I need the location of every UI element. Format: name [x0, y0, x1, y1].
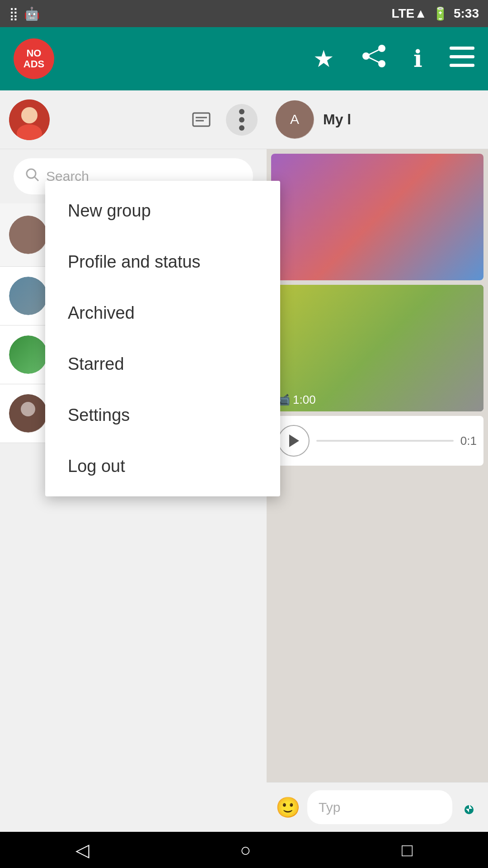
svg-point-19: [9, 216, 47, 254]
menu-item-new-group[interactable]: New group: [45, 185, 280, 236]
svg-point-9: [21, 107, 38, 123]
menu-icon[interactable]: [450, 45, 474, 72]
main-area: Search: [0, 90, 488, 832]
right-panel: A My l 📹 1:00: [267, 90, 488, 832]
avatar: [9, 335, 47, 374]
svg-rect-11: [193, 113, 210, 126]
battery-icon: 🔋: [432, 6, 448, 21]
status-bar-right: LTE▲ 🔋 5:33: [391, 6, 479, 21]
svg-line-4: [366, 56, 382, 64]
svg-point-16: [239, 125, 244, 131]
toolbar: NO ADS ★ ℹ: [0, 27, 488, 90]
right-messages: 📹 1:00 0:1: [267, 149, 488, 782]
svg-rect-6: [450, 55, 474, 58]
svg-point-15: [239, 117, 244, 123]
back-button[interactable]: ◁: [75, 840, 89, 860]
android-icon: 🤖: [24, 6, 40, 21]
avatar: [9, 216, 47, 254]
svg-line-3: [366, 48, 382, 56]
image-bg: [271, 154, 483, 280]
home-button[interactable]: ○: [240, 840, 251, 860]
star-icon[interactable]: ★: [313, 45, 334, 72]
lte-icon: LTE▲: [391, 6, 427, 21]
video-bg: [271, 285, 483, 411]
right-header-avatar: A: [276, 100, 314, 139]
menu-item-profile-status[interactable]: Profile and status: [45, 236, 280, 288]
toolbar-icons: ★ ℹ: [313, 44, 474, 74]
avatar: [9, 277, 47, 315]
svg-text:A: A: [290, 112, 299, 127]
more-options-button[interactable]: [226, 104, 258, 136]
sim-icon: ⣿: [9, 6, 19, 21]
clock: 5:33: [454, 6, 479, 21]
emoji-button[interactable]: 🙂: [276, 796, 300, 819]
toolbar-action-icons: [185, 104, 258, 136]
svg-point-14: [239, 109, 244, 114]
audio-progress-bar: [316, 440, 454, 442]
share-icon[interactable]: [361, 44, 386, 74]
no-ads-badge: NO ADS: [14, 38, 54, 79]
profile-avatar-img: [9, 99, 50, 140]
recent-button[interactable]: □: [402, 840, 413, 860]
dropdown-menu: New group Profile and status Archived St…: [45, 181, 280, 496]
profile-avatar[interactable]: [9, 99, 50, 140]
image-message[interactable]: [271, 154, 483, 280]
svg-line-18: [35, 177, 38, 181]
menu-item-settings[interactable]: Settings: [45, 390, 280, 441]
svg-marker-24: [289, 434, 299, 447]
attachment-icon[interactable]: [459, 795, 479, 820]
video-message[interactable]: 📹 1:00: [271, 285, 483, 411]
status-bar: ⣿ 🤖 LTE▲ 🔋 5:33: [0, 0, 488, 27]
menu-item-archived[interactable]: Archived: [45, 288, 280, 339]
svg-point-17: [27, 169, 36, 178]
audio-time: 0:1: [460, 434, 477, 448]
bottom-nav: ◁ ○ □: [0, 832, 488, 868]
svg-point-21: [21, 402, 35, 416]
avatar: [9, 394, 47, 433]
right-input-area: 🙂 Typ: [267, 782, 488, 832]
chat-list-panel: Search: [0, 90, 267, 832]
search-icon: [25, 167, 39, 185]
right-header-name: My l: [323, 111, 351, 128]
video-duration: 📹 1:00: [276, 393, 316, 407]
svg-rect-7: [450, 64, 474, 67]
audio-download-button[interactable]: [278, 425, 310, 457]
svg-rect-5: [450, 47, 474, 50]
info-icon[interactable]: ℹ: [413, 45, 422, 72]
menu-item-logout[interactable]: Log out: [45, 441, 280, 492]
message-input[interactable]: Typ: [307, 790, 452, 824]
profile-bar: [0, 90, 267, 149]
menu-item-starred[interactable]: Starred: [45, 339, 280, 390]
status-bar-left: ⣿ 🤖: [9, 6, 40, 21]
audio-message[interactable]: 0:1: [271, 416, 483, 466]
compose-button[interactable]: [185, 104, 217, 136]
right-panel-header: A My l: [267, 90, 488, 149]
